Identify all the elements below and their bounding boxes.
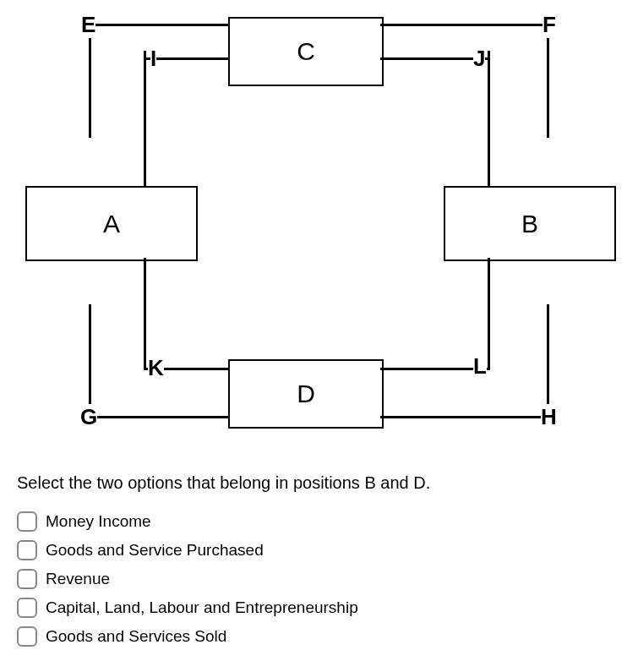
node-box-c-label: C [297,37,315,66]
option-label: Capital, Land, Labour and Entrepreneursh… [46,598,358,617]
checkbox-icon[interactable] [17,569,37,589]
option-label: Money Income [46,512,151,531]
checkbox-icon[interactable] [17,626,37,647]
flow-line [89,416,228,418]
flow-line [488,51,490,186]
checkbox-icon[interactable] [17,540,37,560]
node-box-a: A [25,186,198,261]
option-label: Revenue [46,570,110,588]
flow-line [547,24,549,138]
flow-line [380,416,549,418]
flow-line [144,258,146,370]
options-list: Money Income Goods and Service Purchased… [17,511,608,647]
flow-line [89,304,91,418]
checkbox-icon[interactable] [17,598,37,618]
flow-label-f: F [543,12,556,38]
flow-label-e: E [81,12,95,38]
node-box-d: D [228,359,384,429]
circular-flow-diagram: C A B D E I F J K [17,8,621,456]
flow-label-h: H [541,404,557,430]
page: C A B D E I F J K [0,0,638,672]
flow-label-g: G [80,404,97,430]
option-1[interactable]: Goods and Service Purchased [17,540,608,560]
flow-line [89,24,228,26]
flow-line [144,51,146,186]
node-box-b-label: B [521,210,538,238]
node-box-c: C [228,17,384,86]
flow-label-l: L [473,353,487,380]
flow-label-k: K [148,355,164,381]
option-3[interactable]: Capital, Land, Labour and Entrepreneursh… [17,598,608,618]
question-prompt: Select the two options that belong in po… [17,473,608,493]
question-block: Select the two options that belong in po… [17,473,608,647]
flow-line [547,304,549,418]
option-0[interactable]: Money Income [17,511,608,532]
flow-label-j: J [473,46,485,72]
node-box-d-label: D [297,380,315,408]
node-box-b: B [444,186,616,261]
checkbox-icon[interactable] [17,511,37,532]
flow-line [89,24,91,138]
flow-line [488,258,490,370]
option-4[interactable]: Goods and Services Sold [17,626,608,647]
flow-label-i: I [150,46,156,72]
option-label: Goods and Services Sold [46,627,226,646]
option-2[interactable]: Revenue [17,569,608,589]
flow-line [380,24,549,26]
option-label: Goods and Service Purchased [46,541,264,560]
node-box-a-label: A [103,210,120,238]
